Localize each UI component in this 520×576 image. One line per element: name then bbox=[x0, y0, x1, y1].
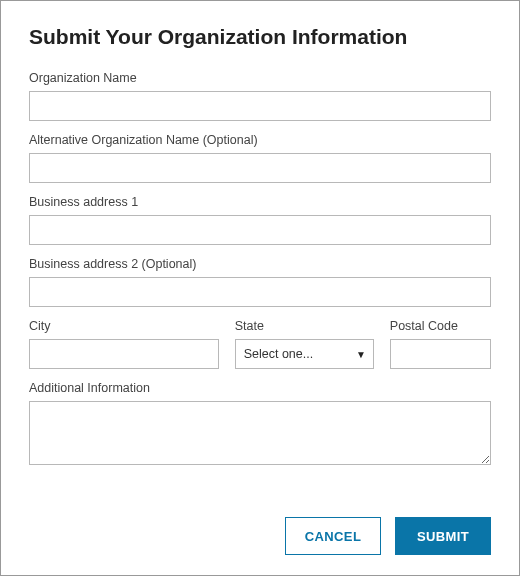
input-postal[interactable] bbox=[390, 339, 491, 369]
input-addr2[interactable] bbox=[29, 277, 491, 307]
select-state-value: Select one... bbox=[235, 339, 374, 369]
input-alt-org-name[interactable] bbox=[29, 153, 491, 183]
org-info-form: Submit Your Organization Information Org… bbox=[0, 0, 520, 576]
input-addr1[interactable] bbox=[29, 215, 491, 245]
input-org-name[interactable] bbox=[29, 91, 491, 121]
field-alt-org-name: Alternative Organization Name (Optional) bbox=[29, 133, 491, 183]
cancel-button[interactable]: CANCEL bbox=[285, 517, 381, 555]
row-city-state-postal: City State Select one... ▼ Postal Code bbox=[29, 319, 491, 369]
field-addr2: Business address 2 (Optional) bbox=[29, 257, 491, 307]
label-org-name: Organization Name bbox=[29, 71, 491, 85]
label-city: City bbox=[29, 319, 219, 333]
field-addr1: Business address 1 bbox=[29, 195, 491, 245]
submit-button[interactable]: SUBMIT bbox=[395, 517, 491, 555]
label-postal: Postal Code bbox=[390, 319, 491, 333]
form-footer: CANCEL SUBMIT bbox=[285, 517, 491, 555]
label-additional-info: Additional Information bbox=[29, 381, 491, 395]
field-org-name: Organization Name bbox=[29, 71, 491, 121]
input-city[interactable] bbox=[29, 339, 219, 369]
field-state: State Select one... ▼ bbox=[235, 319, 374, 369]
textarea-additional-info[interactable] bbox=[29, 401, 491, 465]
label-addr2: Business address 2 (Optional) bbox=[29, 257, 491, 271]
label-addr1: Business address 1 bbox=[29, 195, 491, 209]
field-postal: Postal Code bbox=[390, 319, 491, 369]
field-city: City bbox=[29, 319, 219, 369]
select-state[interactable]: Select one... ▼ bbox=[235, 339, 374, 369]
label-state: State bbox=[235, 319, 374, 333]
form-title: Submit Your Organization Information bbox=[29, 25, 491, 49]
field-additional-info: Additional Information bbox=[29, 381, 491, 469]
label-alt-org-name: Alternative Organization Name (Optional) bbox=[29, 133, 491, 147]
